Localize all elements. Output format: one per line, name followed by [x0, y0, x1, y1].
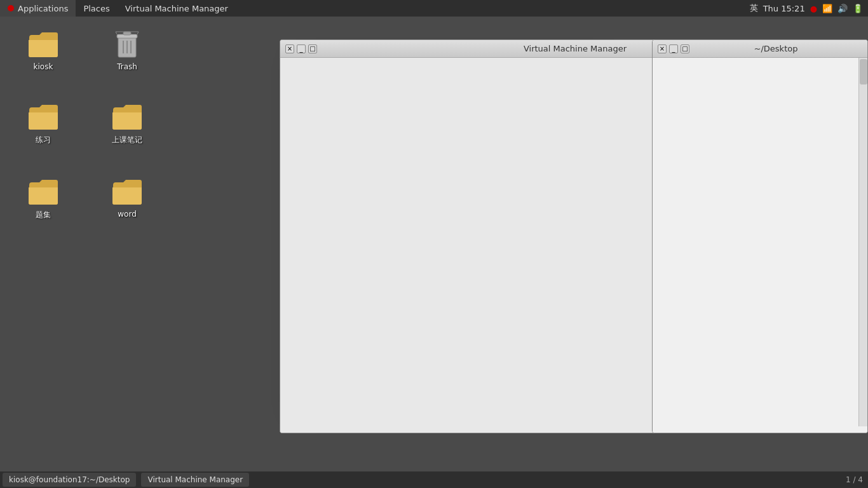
vm-manager-task[interactable]: Virtual Machine Manager	[141, 473, 249, 487]
page-indicator: 1 / 4	[846, 475, 863, 484]
vm-manager-task-label: Virtual Machine Manager	[147, 475, 243, 484]
kiosk-label: kiosk	[34, 62, 53, 71]
win-max-btn[interactable]: □	[308, 44, 317, 53]
vm-manager-label: Virtual Machine Manager	[125, 4, 228, 13]
desktop-icon-kiosk[interactable]: kiosk	[18, 27, 69, 74]
applications-label: Applications	[18, 4, 68, 13]
word-folder-icon	[112, 177, 142, 207]
wifi-icon: 📶	[822, 4, 832, 13]
file-win-max-btn[interactable]: □	[681, 44, 689, 53]
desktop-icon-trash[interactable]: Trash	[102, 27, 153, 74]
trash-icon	[112, 29, 142, 60]
win-controls: × _ □	[285, 44, 317, 53]
bottom-taskbar: kiosk@foundation17:~/Desktop Virtual Mac…	[0, 471, 868, 488]
recording-dot: ●	[810, 4, 817, 13]
bg-file-window: × _ □ ~/Desktop	[652, 39, 868, 433]
desktop-icon-tiji[interactable]: 题集	[18, 174, 69, 223]
word-label: word	[118, 210, 137, 219]
clock-display: Thu 15:21	[763, 4, 805, 13]
bg-file-title: ~/Desktop	[689, 44, 862, 53]
desktop-icon-lianxi[interactable]: 练习	[18, 99, 69, 148]
bottom-bar-left: kiosk@foundation17:~/Desktop Virtual Mac…	[0, 473, 846, 487]
desktop-icon-shangke[interactable]: 上课笔记	[102, 99, 153, 148]
file-win-controls: × _ □	[658, 44, 689, 53]
taskbar-right: 英 Thu 15:21 ● 📶 🔊 🔋	[750, 3, 868, 14]
scrollbar[interactable]	[858, 58, 867, 426]
terminal-task[interactable]: kiosk@foundation17:~/Desktop	[3, 473, 136, 487]
file-win-close-btn[interactable]: ×	[658, 44, 667, 53]
lang-indicator: 英	[750, 3, 758, 14]
top-taskbar: Applications Places Virtual Machine Mana…	[0, 0, 868, 17]
bg-file-content	[653, 58, 867, 433]
bg-file-titlebar: × _ □ ~/Desktop	[653, 40, 867, 58]
shangke-folder-icon	[112, 102, 142, 132]
win-min-btn[interactable]: _	[297, 44, 306, 53]
lianxi-label: 练习	[36, 135, 51, 146]
places-menu[interactable]: Places	[76, 0, 117, 17]
tiji-label: 题集	[36, 210, 51, 220]
tiji-folder-icon	[28, 177, 58, 207]
desktop: kiosk Trash 练习	[0, 17, 868, 471]
vm-manager-menu[interactable]: Virtual Machine Manager	[118, 0, 236, 17]
volume-icon: 🔊	[837, 4, 848, 13]
desktop-icon-word[interactable]: word	[102, 174, 153, 221]
redhat-dot-icon	[8, 5, 14, 11]
places-label: Places	[83, 4, 109, 13]
file-win-min-btn[interactable]: _	[669, 44, 678, 53]
battery-icon: 🔋	[853, 4, 863, 13]
scrollbar-thumb[interactable]	[860, 59, 867, 85]
kiosk-folder-icon	[28, 29, 58, 60]
lianxi-folder-icon	[28, 102, 58, 132]
applications-menu[interactable]: Applications	[0, 0, 76, 17]
shangke-label: 上课笔记	[112, 135, 142, 146]
bottom-bar-right: 1 / 4	[846, 475, 868, 484]
terminal-task-label: kiosk@foundation17:~/Desktop	[9, 475, 130, 484]
svg-rect-2	[123, 32, 131, 35]
win-close-btn[interactable]: ×	[285, 44, 294, 53]
trash-label: Trash	[117, 62, 137, 71]
taskbar-left: Applications Places Virtual Machine Mana…	[0, 0, 750, 17]
